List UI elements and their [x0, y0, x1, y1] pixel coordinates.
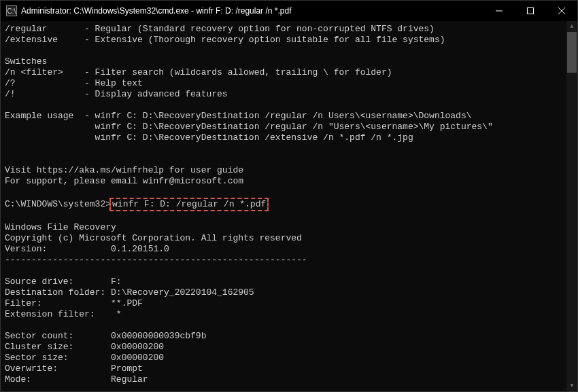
- cmd-window: C:\ Administrator: C:\Windows\System32\c…: [0, 0, 578, 392]
- output-line: ----------------------------------------…: [5, 255, 307, 265]
- window-controls: [483, 1, 577, 21]
- output-line: Overwrite: Prompt: [5, 363, 143, 374]
- terminal-area: /regular - Regular (Standard recovery op…: [1, 21, 577, 391]
- output-line: /extensive - Extensive (Thorough recover…: [5, 35, 445, 45]
- output-line: Sector size: 0x00000200: [5, 353, 164, 363]
- vertical-scrollbar[interactable]: ▲ ▼: [566, 21, 577, 391]
- minimize-button[interactable]: [483, 1, 515, 21]
- output-line: Cluster size: 0x00000200: [5, 342, 164, 352]
- output-line: For support, please email winfr@microsof…: [5, 176, 243, 186]
- output-line: Sector count: 0x00000000039cbf9b: [5, 331, 206, 341]
- output-line: /? - Help text: [5, 78, 143, 88]
- scroll-up-arrow-icon[interactable]: ▲: [566, 21, 577, 32]
- output-line: winfr C: D:\RecoveryDestination /extensi…: [5, 132, 413, 143]
- output-line: /n <filter> - Filter search (wildcards a…: [5, 67, 392, 77]
- output-line: Extension filter: *: [5, 309, 122, 319]
- scroll-thumb[interactable]: [567, 32, 577, 73]
- highlighted-command: winfr F: D: /regular /n *.pdf: [109, 198, 269, 211]
- prompt-prefix: C:\WINDOWS\system32>: [5, 199, 111, 209]
- maximize-button[interactable]: [515, 1, 546, 21]
- output-line: Example usage - winfr C: D:\RecoveryDest…: [5, 111, 472, 121]
- output-line: Visit https://aka.ms/winfrhelp for user …: [5, 165, 243, 175]
- output-line: Filter: **.PDF: [5, 298, 143, 308]
- svg-rect-1: [528, 8, 534, 14]
- output-line: Copyright (c) Microsoft Corporation. All…: [5, 233, 302, 243]
- window-title: Administrator: C:\Windows\System32\cmd.e…: [21, 6, 291, 16]
- output-line: winfr C: D:\RecoveryDestination /regular…: [5, 122, 493, 132]
- close-button[interactable]: [546, 1, 577, 21]
- prompt-line: C:\WINDOWS\system32>winfr F: D: /regular…: [5, 199, 269, 209]
- terminal-output[interactable]: /regular - Regular (Standard recovery op…: [1, 21, 566, 391]
- output-line: Source drive: F:: [5, 277, 122, 287]
- output-line: Switches: [5, 56, 47, 67]
- output-line: /regular - Regular (Standard recovery op…: [5, 24, 435, 34]
- output-line: Windows File Recovery: [5, 222, 116, 232]
- titlebar[interactable]: C:\ Administrator: C:\Windows\System32\c…: [1, 1, 577, 21]
- output-line: Version: 0.1.20151.0: [5, 244, 169, 254]
- output-line: Destination folder: D:\Recovery_20220104…: [5, 287, 254, 298]
- output-line: /! - Display advanced features: [5, 89, 228, 99]
- output-line: Mode: Regular: [5, 374, 148, 385]
- cmd-icon: C:\: [6, 5, 17, 16]
- titlebar-left: C:\ Administrator: C:\Windows\System32\c…: [6, 5, 291, 16]
- scroll-track[interactable]: [566, 32, 577, 380]
- scroll-down-arrow-icon[interactable]: ▼: [566, 380, 577, 391]
